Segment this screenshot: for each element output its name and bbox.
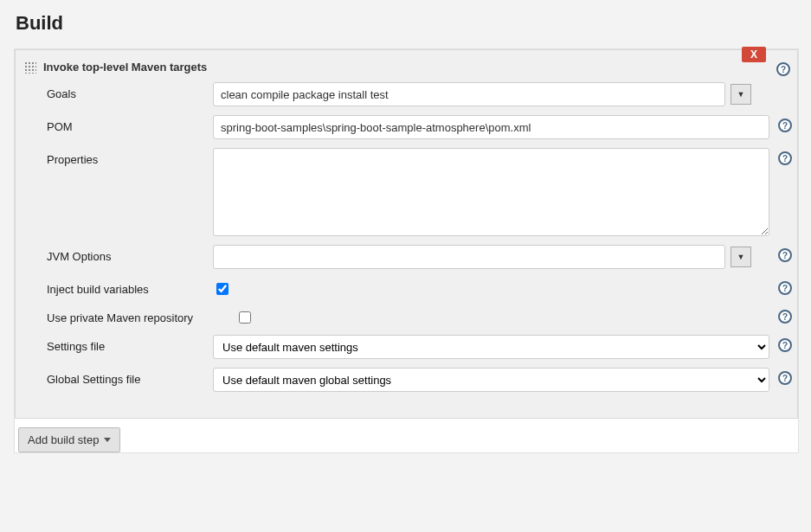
drag-handle-icon[interactable] (24, 61, 36, 74)
add-build-step-label: Add build step (28, 433, 99, 446)
expand-goals-button[interactable]: ▼ (731, 84, 751, 105)
close-button[interactable]: X (742, 47, 766, 62)
properties-textarea[interactable] (213, 148, 769, 236)
row-private-repo: Use private Maven repository ? (47, 306, 769, 326)
row-pom: POM ? (47, 115, 769, 139)
row-settings: Settings file Use default maven settings… (47, 335, 769, 359)
inject-checkbox[interactable] (216, 283, 228, 295)
expand-jvm-button[interactable]: ▼ (731, 247, 751, 267)
row-goals: Goals ▼ (47, 82, 769, 106)
global-settings-label: Global Settings file (47, 368, 213, 386)
row-inject: Inject build variables ? (47, 278, 769, 298)
maven-build-step: X ? Invoke top-level Maven targets Goals… (15, 49, 798, 419)
private-repo-label: Use private Maven repository (47, 306, 235, 324)
goals-input[interactable] (213, 82, 725, 106)
goals-label: Goals (47, 82, 213, 100)
help-icon[interactable]: ? (778, 119, 792, 132)
help-icon[interactable]: ? (778, 151, 792, 165)
add-build-step-button[interactable]: Add build step (18, 427, 120, 452)
page-title: Build (16, 12, 799, 35)
help-icon[interactable]: ? (778, 338, 792, 352)
jvm-label: JVM Options (47, 245, 213, 263)
inject-label: Inject build variables (47, 278, 213, 296)
build-step-panel: X ? Invoke top-level Maven targets Goals… (14, 48, 799, 453)
row-jvm: JVM Options ▼ ? (47, 245, 769, 269)
properties-label: Properties (47, 148, 213, 166)
settings-select[interactable]: Use default maven settings (213, 335, 769, 359)
pom-label: POM (47, 115, 213, 133)
help-icon[interactable]: ? (778, 310, 792, 324)
help-icon[interactable]: ? (778, 281, 792, 295)
help-icon[interactable]: ? (778, 371, 792, 385)
row-properties: Properties ? (47, 148, 769, 236)
global-settings-select[interactable]: Use default maven global settings (213, 368, 769, 392)
private-repo-checkbox[interactable] (239, 311, 251, 324)
row-global-settings: Global Settings file Use default maven g… (47, 368, 769, 392)
help-icon[interactable]: ? (776, 62, 790, 76)
help-icon[interactable]: ? (778, 248, 792, 262)
settings-label: Settings file (47, 335, 213, 353)
caret-down-icon (104, 438, 111, 442)
panel-title: Invoke top-level Maven targets (43, 61, 207, 74)
jvm-input[interactable] (213, 245, 725, 269)
pom-input[interactable] (213, 115, 769, 139)
